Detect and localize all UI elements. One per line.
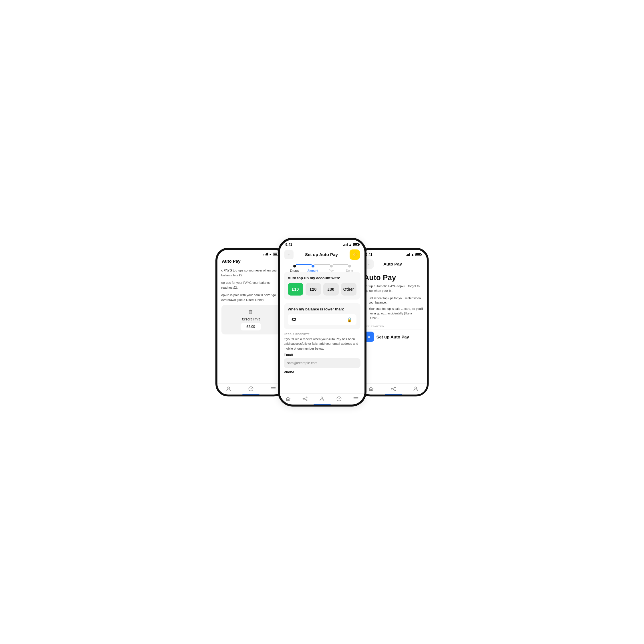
infinity-icon: ∞	[368, 334, 370, 339]
svg-text:?: ?	[250, 387, 251, 391]
amount-30-button[interactable]: £30	[323, 283, 339, 296]
app-header-right: ← Auto Pay	[360, 258, 427, 271]
lock-icon: 🔒	[347, 317, 352, 322]
center-header-title: Set up Auto Pay	[305, 252, 338, 257]
right-content: Auto Pay Set up automatic PAYG top-u... …	[360, 271, 427, 383]
check-text-2: Your auto top-up is paid ... card, so yo…	[369, 307, 423, 320]
status-time-center: 9:41	[286, 243, 292, 247]
battery-icon-center	[353, 243, 359, 246]
step-amount: Amount	[312, 265, 314, 267]
left-text-3: op-up is paid with your bank ll never go…	[221, 293, 280, 303]
signal-bar-1	[263, 254, 264, 255]
amount-grid: £10 £20 £30 Other	[288, 283, 356, 296]
app-header-center: ← Set up Auto Pay ⚡	[280, 248, 364, 262]
nav-icon-help-left[interactable]: ?	[248, 386, 254, 392]
email-input[interactable]	[284, 358, 360, 368]
check-text-1: Set repeat top-ups for yo... meter when …	[369, 296, 423, 305]
nav-icon-account-left[interactable]	[226, 386, 231, 392]
nav-indicator-left	[242, 394, 259, 395]
signal-bar-2	[265, 254, 265, 255]
balance-field: £2 🔒	[288, 314, 356, 325]
nav-icon-nodes-center[interactable]	[302, 396, 308, 402]
phone-left: ▲ Auto Pay c PAYG top-ups so you never w…	[215, 248, 286, 397]
bottom-nav-left: ?	[217, 383, 284, 395]
credit-limit-value: £2.00	[241, 323, 261, 330]
step-label-done: Done	[346, 269, 353, 272]
svg-line-10	[304, 399, 306, 400]
nav-icon-account-center[interactable]	[319, 396, 325, 402]
nav-icon-account-right[interactable]	[413, 386, 419, 392]
signal-bars-right	[406, 253, 410, 256]
right-header-title: Auto Pay	[383, 261, 402, 266]
back-icon-right: ←	[367, 262, 371, 266]
auto-pay-desc: Set up automatic PAYG top-u... forget to…	[364, 284, 423, 293]
svg-point-22	[415, 387, 417, 389]
topup-card: Auto top-up my account with: £10 £20 £30…	[284, 272, 360, 300]
back-icon-center: ←	[287, 252, 291, 257]
left-text-1: c PAYG top-ups so you never when your ba…	[221, 268, 280, 278]
nav-icon-menu-center[interactable]	[353, 396, 359, 402]
nav-icon-help-center[interactable]: ?	[336, 396, 342, 402]
divider-right-2	[364, 330, 423, 330]
status-bar-right: 9:41 ▲	[360, 250, 427, 258]
signal-bars-center	[343, 243, 348, 246]
topup-card-title: Auto top-up my account with:	[288, 276, 356, 280]
setup-btn-label: Set up Auto Pay	[377, 334, 409, 339]
step-dot-amount	[312, 265, 314, 267]
step-done: Done	[348, 265, 351, 267]
lightning-icon: ⚡	[352, 251, 358, 258]
wifi-icon-right: ▲	[411, 253, 414, 256]
amount-20-button[interactable]: £20	[306, 283, 321, 296]
svg-text:?: ?	[338, 397, 340, 401]
svg-line-20	[392, 387, 394, 389]
wifi-icon-center: ▲	[349, 243, 352, 246]
step-dot-done	[348, 265, 351, 267]
svg-line-9	[304, 397, 306, 399]
phone-right: 9:41 ▲ ← Auto Pay Auto Pay	[358, 248, 429, 397]
step-dot-pay	[330, 265, 333, 267]
nav-indicator-center	[314, 404, 331, 405]
left-header-title: Auto Pay	[222, 259, 241, 263]
credit-card: 🗑 Credit limit £2.00	[221, 305, 280, 334]
balance-card-title: When my balance is lower than:	[288, 307, 356, 311]
battery-icon-right	[415, 253, 421, 256]
step-line-1	[296, 264, 312, 265]
status-icons-center: ▲	[343, 243, 359, 246]
signal-bars-left	[263, 253, 268, 255]
balance-value: £2	[292, 317, 296, 322]
nav-icon-nodes-right[interactable]	[391, 386, 396, 392]
receipt-section: NEED A RECEIPT? If you'd like a receipt …	[284, 333, 360, 377]
credit-limit-label: Credit limit	[242, 317, 260, 321]
left-content: c PAYG top-ups so you never when your ba…	[217, 266, 284, 383]
svg-point-0	[227, 387, 229, 389]
center-content: Auto top-up my account with: £10 £20 £30…	[280, 269, 364, 393]
nav-icon-home-right[interactable]	[368, 386, 374, 392]
auto-pay-title: Auto Pay	[364, 273, 423, 282]
step-label-pay: Pay	[329, 269, 334, 272]
svg-point-11	[321, 397, 323, 399]
back-button-center[interactable]: ←	[284, 250, 294, 259]
get-started-label: GET STARTED	[364, 325, 423, 328]
status-icons-left: ▲	[263, 253, 279, 256]
status-bar-left: ▲	[217, 250, 284, 257]
phone-center: 9:41 ▲ ← Set up Auto Pay ⚡	[278, 238, 366, 407]
step-energy: Energy	[293, 265, 296, 267]
receipt-label: NEED A RECEIPT?	[284, 333, 360, 336]
step-label-amount: Amount	[308, 269, 318, 272]
amount-10-button[interactable]: £10	[288, 283, 303, 296]
amount-other-button[interactable]: Other	[341, 283, 356, 296]
scene: ▲ Auto Pay c PAYG top-ups so you never w…	[171, 238, 474, 407]
receipt-desc: If you'd like a receipt when your Auto P…	[284, 337, 360, 351]
setup-auto-pay-button[interactable]: ∞ Set up Auto Pay	[364, 332, 409, 342]
left-text-2: op-ups for your PAYG your balance reache…	[221, 280, 280, 290]
trash-icon[interactable]: 🗑	[248, 309, 253, 315]
status-time-right: 9:41	[366, 253, 372, 257]
bottom-nav-right	[360, 383, 427, 395]
lightning-button[interactable]: ⚡	[350, 249, 360, 260]
step-dot-energy	[293, 265, 296, 267]
nav-icon-home-center[interactable]	[285, 396, 291, 402]
nav-icon-menu-left[interactable]	[270, 386, 276, 392]
signal-bar-3	[266, 253, 267, 255]
status-bar-center: 9:41 ▲	[280, 240, 364, 248]
step-line-2	[314, 264, 330, 265]
